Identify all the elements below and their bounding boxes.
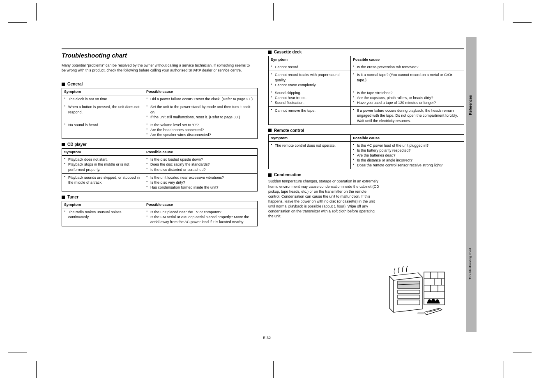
section-cassette: Cassette deck	[268, 50, 464, 54]
section-general: General	[62, 82, 258, 86]
section-remote: Remote control	[268, 128, 464, 133]
crop-mark	[273, 361, 274, 378]
crop-mark	[36, 361, 37, 378]
cell: Does the disc satisfy the standards?	[146, 162, 255, 167]
cell: Is it a normal tape? (You cannot record …	[353, 72, 462, 82]
cell: Have you used a tape of 120 minutes or l…	[353, 100, 462, 105]
cell: The clock is not on time.	[64, 97, 142, 101]
cell: Set the unit to the power stand-by mode …	[146, 104, 255, 114]
cell: Is the AC power lead of the unit plugged…	[353, 143, 462, 148]
table-remote: SymptomPossible cause The remote control…	[268, 134, 464, 170]
section-title: Cassette deck	[274, 50, 302, 54]
section-tuner: Tuner	[62, 195, 258, 199]
cell: Does the remote control sensor receive s…	[353, 163, 462, 168]
columns: General SymptomPossible cause The clock …	[62, 78, 464, 226]
cell: Sound skipping.	[271, 90, 348, 95]
square-icon	[62, 143, 65, 146]
crop-mark	[513, 353, 532, 353]
crop-mark	[513, 22, 532, 23]
cell: Playback stops in the middle or is not p…	[64, 162, 142, 172]
cell: The radio makes unusual noises continuou…	[64, 210, 142, 219]
square-icon	[268, 51, 272, 54]
condensation-illustration	[378, 264, 448, 321]
square-icon	[62, 83, 65, 86]
square-icon	[268, 129, 272, 132]
th-cause: Possible cause	[144, 88, 257, 95]
cell: Is the unit located near excessive vibra…	[146, 175, 255, 180]
cell: Cannot erase completely.	[271, 83, 348, 88]
th-cause: Possible cause	[350, 56, 464, 63]
cell: No sound is heard.	[64, 122, 142, 127]
condensation-text: Sudden temperature changes, storage or o…	[268, 179, 379, 219]
left-column: General SymptomPossible cause The clock …	[62, 78, 258, 226]
cell: Is the battery polarity respected?	[353, 148, 462, 153]
cell: Is the tape stretched?	[353, 90, 462, 95]
cell: Is the erase-prevention tab removed?	[353, 65, 462, 69]
cell: Cannot record.	[271, 65, 348, 69]
crop-mark	[504, 361, 504, 378]
section-title: Condensation	[274, 173, 302, 177]
side-section-label: References	[468, 82, 474, 86]
cell: Sound fluctuation.	[271, 100, 348, 105]
svg-point-17	[417, 312, 425, 314]
cell: Is the FM aerial or AM loop aerial place…	[146, 214, 255, 224]
th-cause: Possible cause	[350, 134, 464, 141]
section-title: Remote control	[274, 128, 304, 133]
cell: Are the capstans, pinch rollers, or head…	[353, 95, 462, 100]
cell: When a button is pressed, the unit does …	[64, 104, 142, 114]
page-number: E-32	[263, 336, 271, 340]
section-title: General	[67, 82, 83, 86]
cell: Is the disc loaded upside down?	[146, 157, 255, 162]
bottom-rule	[62, 331, 464, 331]
side-tab	[466, 37, 477, 332]
cell: Are the headphones connected?	[146, 127, 255, 132]
cell: Is the disc very dirty?	[146, 180, 255, 185]
cell: The remote control does not operate.	[271, 143, 348, 148]
crop-mark	[36, 3, 37, 21]
table-cassette: SymptomPossible cause Cannot record. Is …	[268, 56, 464, 125]
section-title: CD player	[67, 142, 87, 147]
crop-mark	[504, 3, 504, 21]
cell: Did a power failure occur? Reset the clo…	[146, 97, 255, 101]
cell: Are the speaker wires disconnected?	[146, 132, 255, 137]
table-cd: SymptomPossible cause Playback does not …	[62, 148, 258, 191]
cell: Cannot remove the tape.	[271, 108, 348, 113]
th-symptom: Symptom	[62, 201, 144, 208]
cell: Cannot hear treble.	[271, 95, 348, 100]
cell: Is the distance or angle incorrect?	[353, 158, 462, 163]
cell: Playback does not start.	[64, 157, 142, 162]
cell: If the unit still malfunctions, reset it…	[146, 115, 255, 120]
cell: If a power failure occurs during playbac…	[353, 108, 462, 123]
section-title: Tuner	[67, 195, 78, 199]
crop-mark	[273, 3, 274, 21]
cell: Is the disc distorted or scratched?	[146, 167, 255, 172]
th-symptom: Symptom	[269, 56, 351, 63]
cell: Are the batteries dead?	[353, 153, 462, 158]
th-symptom: Symptom	[62, 149, 144, 156]
cell: Is the unit placed near the TV or comput…	[146, 210, 255, 214]
page-content: Troubleshooting chart Many potential "pr…	[62, 48, 464, 226]
cell: Playback sounds are skipped, or stopped …	[64, 175, 142, 185]
right-column: Cassette deck SymptomPossible cause Cann…	[268, 46, 464, 226]
section-cd: CD player	[62, 142, 258, 147]
square-icon	[268, 173, 272, 177]
th-cause: Possible cause	[144, 149, 257, 156]
intro-text: Many potential "problems" can be resolve…	[62, 63, 255, 73]
th-cause: Possible cause	[144, 201, 257, 208]
crop-mark	[8, 353, 27, 353]
table-tuner: SymptomPossible cause The radio makes un…	[62, 201, 258, 226]
cell: Is the volume level set to "0"?	[146, 122, 255, 127]
th-symptom: Symptom	[62, 88, 144, 95]
th-symptom: Symptom	[269, 134, 351, 141]
cell: Has condensation formed inside the unit?	[146, 185, 255, 190]
square-icon	[62, 196, 65, 199]
table-general: SymptomPossible cause The clock is not o…	[62, 88, 258, 139]
crop-mark	[8, 22, 27, 23]
side-page-label: Troubleshooting chart	[468, 230, 474, 234]
section-condensation: Condensation	[268, 173, 464, 177]
cell: Cannot record tracks with proper sound q…	[271, 72, 348, 82]
